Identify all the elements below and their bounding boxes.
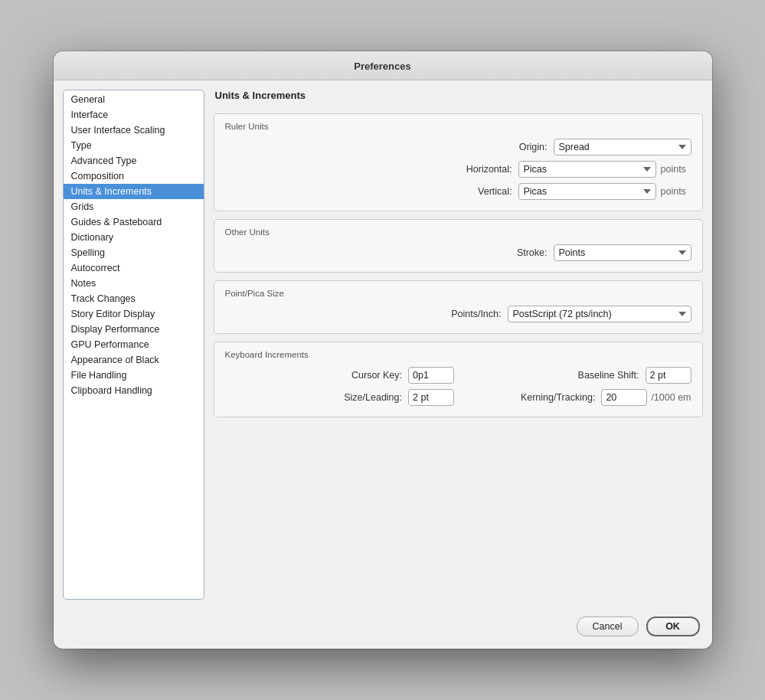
size-leading-input[interactable] [408,389,454,406]
horizontal-points-suffix: points [661,164,691,175]
sidebar-item-notes[interactable]: Notes [64,276,204,291]
horizontal-select[interactable]: Picas Inches Inches Decimal Millimeters … [518,161,656,178]
ruler-units-label: Ruler Units [225,122,691,131]
point-pica-panel: Point/Pica Size Points/Inch: PostScript … [214,280,703,334]
baseline-shift-label: Baseline Shift: [570,370,639,381]
points-inch-label: Points/Inch: [451,309,501,319]
size-leading-row: Size/Leading: [225,389,455,406]
other-units-panel: Other Units Stroke: Points Picas Inches … [214,219,703,273]
sidebar-item-advanced-type[interactable]: Advanced Type [64,153,204,168]
horizontal-label: Horizontal: [466,164,512,175]
sidebar-item-clipboard-handling[interactable]: Clipboard Handling [64,383,204,398]
cursor-key-label: Cursor Key: [333,370,402,381]
sidebar-item-display-performance[interactable]: Display Performance [64,322,204,337]
stroke-select[interactable]: Points Picas Inches Millimeters Centimet… [554,244,691,261]
sidebar-item-guides-pasteboard[interactable]: Guides & Pasteboard [64,214,204,230]
kerning-tracking-label: Kerning/Tracking: [521,392,596,403]
sidebar: GeneralInterfaceUser Interface ScalingTy… [63,90,204,600]
cancel-button[interactable]: Cancel [577,617,639,636]
kerning-tracking-row: Kerning/Tracking: /1000 em [462,389,691,406]
sidebar-item-dictionary[interactable]: Dictionary [64,230,204,245]
keyboard-grid: Cursor Key: Baseline Shift: Size/Leading… [225,367,691,406]
cursor-key-input[interactable] [408,367,454,384]
sidebar-item-units-increments[interactable]: Units & Increments [64,184,204,199]
sidebar-item-ui-scaling[interactable]: User Interface Scaling [64,123,204,138]
sidebar-item-composition[interactable]: Composition [64,168,204,184]
kerning-tracking-input[interactable] [601,389,647,406]
sidebar-item-type[interactable]: Type [64,138,204,153]
stroke-row: Stroke: Points Picas Inches Millimeters … [225,244,691,261]
origin-label: Origin: [519,142,548,152]
dialog-titlebar: Preferences [54,51,712,80]
points-inch-select[interactable]: PostScript (72 pts/inch) Traditional (72… [508,306,691,322]
size-leading-label: Size/Leading: [333,392,402,403]
dialog-title: Preferences [354,61,410,72]
kerning-tracking-suffix: /1000 em [651,392,691,403]
dialog-footer: Cancel OK [54,609,712,649]
sidebar-item-general[interactable]: General [64,92,204,107]
main-content: Units & Increments Ruler Units Origin: S… [214,90,703,600]
origin-select[interactable]: Spread Page Spine [554,139,691,155]
sidebar-item-file-handling[interactable]: File Handling [64,368,204,383]
vertical-row: Vertical: Picas Inches Inches Decimal Mi… [225,183,691,200]
vertical-label: Vertical: [478,186,512,197]
baseline-shift-input[interactable] [646,367,691,384]
sidebar-item-interface[interactable]: Interface [64,107,204,123]
dialog-body: GeneralInterfaceUser Interface ScalingTy… [54,80,712,609]
sidebar-item-appearance-black[interactable]: Appearance of Black [64,352,204,368]
sidebar-item-gpu-performance[interactable]: GPU Performance [64,337,204,352]
points-inch-row: Points/Inch: PostScript (72 pts/inch) Tr… [225,306,691,322]
sidebar-item-spelling[interactable]: Spelling [64,245,204,260]
sidebar-item-story-editor[interactable]: Story Editor Display [64,306,204,322]
vertical-select[interactable]: Picas Inches Inches Decimal Millimeters … [518,183,656,200]
keyboard-increments-label: Keyboard Increments [225,350,691,359]
cursor-key-row: Cursor Key: [225,367,455,384]
sidebar-item-track-changes[interactable]: Track Changes [64,291,204,306]
stroke-label: Stroke: [517,247,548,258]
baseline-shift-row: Baseline Shift: [462,367,691,384]
preferences-dialog: Preferences GeneralInterfaceUser Interfa… [54,51,712,649]
section-title: Units & Increments [214,90,703,101]
ok-button[interactable]: OK [646,617,700,636]
keyboard-increments-panel: Keyboard Increments Cursor Key: Baseline… [214,342,703,417]
other-units-label: Other Units [225,227,691,237]
horizontal-row: Horizontal: Picas Inches Inches Decimal … [225,161,691,178]
sidebar-item-grids[interactable]: Grids [64,199,204,214]
origin-row: Origin: Spread Page Spine [225,139,691,155]
vertical-points-suffix: points [661,186,691,197]
sidebar-item-autocorrect[interactable]: Autocorrect [64,260,204,276]
ruler-units-panel: Ruler Units Origin: Spread Page Spine Ho… [214,113,703,211]
point-pica-label: Point/Pica Size [225,289,691,298]
